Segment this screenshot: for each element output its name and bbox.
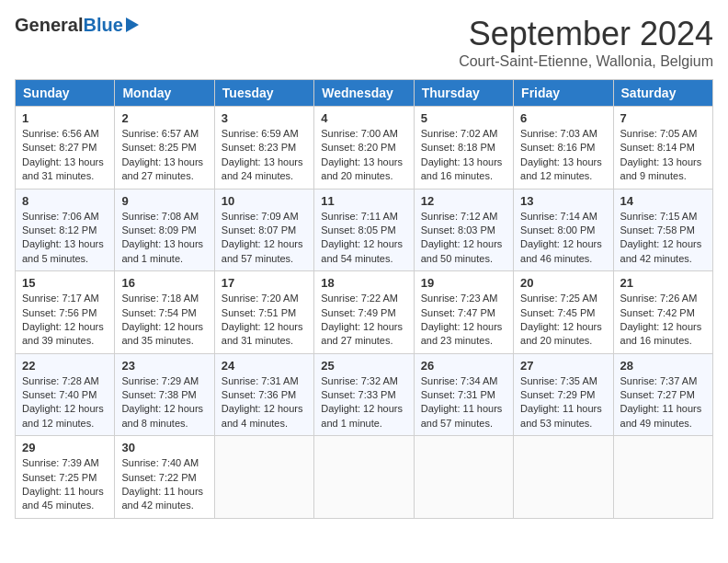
day-info: Sunrise: 7:12 AM Sunset: 8:03 PM Dayligh… xyxy=(421,210,506,267)
calendar-cell xyxy=(414,436,513,519)
day-number: 26 xyxy=(421,359,506,373)
calendar-cell xyxy=(214,436,313,519)
calendar-cell: 3 Sunrise: 6:59 AM Sunset: 8:23 PM Dayli… xyxy=(214,107,313,190)
day-number: 22 xyxy=(22,359,108,373)
calendar-cell: 5 Sunrise: 7:02 AM Sunset: 8:18 PM Dayli… xyxy=(414,107,513,190)
day-number: 5 xyxy=(421,111,506,125)
day-number: 24 xyxy=(222,359,307,373)
calendar-cell: 30 Sunrise: 7:40 AM Sunset: 7:22 PM Dayl… xyxy=(115,436,214,519)
day-number: 12 xyxy=(421,194,506,208)
day-info: Sunrise: 7:34 AM Sunset: 7:31 PM Dayligh… xyxy=(421,374,506,431)
day-info: Sunrise: 7:22 AM Sunset: 7:49 PM Dayligh… xyxy=(321,292,406,349)
day-info: Sunrise: 7:29 AM Sunset: 7:38 PM Dayligh… xyxy=(121,374,207,431)
day-info: Sunrise: 7:26 AM Sunset: 7:42 PM Dayligh… xyxy=(620,292,706,349)
day-info: Sunrise: 7:35 AM Sunset: 7:29 PM Dayligh… xyxy=(520,374,606,431)
day-number: 14 xyxy=(620,194,706,208)
day-info: Sunrise: 7:02 AM Sunset: 8:18 PM Dayligh… xyxy=(421,127,506,184)
day-info: Sunrise: 7:39 AM Sunset: 7:25 PM Dayligh… xyxy=(22,456,108,513)
day-number: 8 xyxy=(22,194,108,208)
day-number: 30 xyxy=(121,441,207,454)
logo-general-text: General xyxy=(15,15,83,36)
logo-arrow-icon xyxy=(126,17,139,32)
main-title: September 2024 xyxy=(459,15,713,53)
calendar-cell xyxy=(314,436,414,519)
calendar-cell: 8 Sunrise: 7:06 AM Sunset: 8:12 PM Dayli… xyxy=(16,189,115,271)
day-info: Sunrise: 7:20 AM Sunset: 7:51 PM Dayligh… xyxy=(222,292,307,349)
day-info: Sunrise: 7:00 AM Sunset: 8:20 PM Dayligh… xyxy=(321,127,406,184)
day-number: 3 xyxy=(222,111,307,125)
day-number: 6 xyxy=(520,111,606,125)
calendar-cell: 11 Sunrise: 7:11 AM Sunset: 8:05 PM Dayl… xyxy=(314,189,414,271)
day-info: Sunrise: 7:25 AM Sunset: 7:45 PM Dayligh… xyxy=(520,292,606,349)
day-number: 9 xyxy=(121,194,207,208)
day-info: Sunrise: 7:15 AM Sunset: 7:58 PM Dayligh… xyxy=(620,210,706,267)
calendar-cell: 10 Sunrise: 7:09 AM Sunset: 8:07 PM Dayl… xyxy=(214,189,313,271)
page-header: General Blue September 2024 Court-Saint-… xyxy=(15,15,713,70)
calendar-cell: 28 Sunrise: 7:37 AM Sunset: 7:27 PM Dayl… xyxy=(613,353,712,436)
day-number: 18 xyxy=(321,276,406,290)
calendar-cell: 12 Sunrise: 7:12 AM Sunset: 8:03 PM Dayl… xyxy=(414,189,513,271)
day-number: 10 xyxy=(222,194,307,208)
day-number: 21 xyxy=(620,276,706,290)
day-info: Sunrise: 7:40 AM Sunset: 7:22 PM Dayligh… xyxy=(121,456,207,513)
day-info: Sunrise: 7:06 AM Sunset: 8:12 PM Dayligh… xyxy=(22,210,108,267)
day-info: Sunrise: 6:59 AM Sunset: 8:23 PM Dayligh… xyxy=(222,127,307,184)
calendar-cell: 13 Sunrise: 7:14 AM Sunset: 8:00 PM Dayl… xyxy=(514,189,613,271)
calendar-day-header: Friday xyxy=(514,80,613,107)
day-info: Sunrise: 7:23 AM Sunset: 7:47 PM Dayligh… xyxy=(421,292,506,349)
calendar-cell: 14 Sunrise: 7:15 AM Sunset: 7:58 PM Dayl… xyxy=(613,189,712,271)
day-number: 25 xyxy=(321,359,406,373)
calendar-day-header: Saturday xyxy=(613,80,712,107)
day-number: 17 xyxy=(222,276,307,290)
calendar-cell: 2 Sunrise: 6:57 AM Sunset: 8:25 PM Dayli… xyxy=(115,107,214,190)
calendar-day-header: Thursday xyxy=(414,80,513,107)
day-number: 29 xyxy=(22,441,108,454)
title-section: September 2024 Court-Saint-Etienne, Wall… xyxy=(459,15,713,70)
calendar-cell xyxy=(514,436,613,519)
logo-blue-text: Blue xyxy=(83,15,122,36)
day-number: 16 xyxy=(121,276,207,290)
day-info: Sunrise: 7:32 AM Sunset: 7:33 PM Dayligh… xyxy=(321,374,406,431)
calendar-cell: 17 Sunrise: 7:20 AM Sunset: 7:51 PM Dayl… xyxy=(214,271,313,354)
calendar-cell: 7 Sunrise: 7:05 AM Sunset: 8:14 PM Dayli… xyxy=(613,107,712,190)
calendar-cell: 25 Sunrise: 7:32 AM Sunset: 7:33 PM Dayl… xyxy=(314,353,414,436)
day-number: 4 xyxy=(321,111,406,125)
day-info: Sunrise: 7:14 AM Sunset: 8:00 PM Dayligh… xyxy=(520,210,606,267)
calendar-day-header: Monday xyxy=(115,80,214,107)
day-info: Sunrise: 7:18 AM Sunset: 7:54 PM Dayligh… xyxy=(121,292,207,349)
calendar-day-header: Sunday xyxy=(16,80,115,107)
day-info: Sunrise: 7:31 AM Sunset: 7:36 PM Dayligh… xyxy=(222,374,307,431)
day-info: Sunrise: 7:03 AM Sunset: 8:16 PM Dayligh… xyxy=(520,127,606,184)
day-info: Sunrise: 7:28 AM Sunset: 7:40 PM Dayligh… xyxy=(22,374,108,431)
calendar-cell: 24 Sunrise: 7:31 AM Sunset: 7:36 PM Dayl… xyxy=(214,353,313,436)
day-number: 11 xyxy=(321,194,406,208)
day-info: Sunrise: 6:56 AM Sunset: 8:27 PM Dayligh… xyxy=(22,127,108,184)
day-number: 27 xyxy=(520,359,606,373)
day-info: Sunrise: 7:08 AM Sunset: 8:09 PM Dayligh… xyxy=(121,210,207,267)
calendar-day-header: Tuesday xyxy=(214,80,313,107)
calendar-cell xyxy=(613,436,712,519)
day-number: 23 xyxy=(121,359,207,373)
calendar-cell: 16 Sunrise: 7:18 AM Sunset: 7:54 PM Dayl… xyxy=(115,271,214,354)
calendar-cell: 20 Sunrise: 7:25 AM Sunset: 7:45 PM Dayl… xyxy=(514,271,613,354)
day-number: 19 xyxy=(421,276,506,290)
subtitle: Court-Saint-Etienne, Wallonia, Belgium xyxy=(459,53,713,70)
day-info: Sunrise: 6:57 AM Sunset: 8:25 PM Dayligh… xyxy=(121,127,207,184)
day-number: 13 xyxy=(520,194,606,208)
calendar-cell: 1 Sunrise: 6:56 AM Sunset: 8:27 PM Dayli… xyxy=(16,107,115,190)
calendar-cell: 9 Sunrise: 7:08 AM Sunset: 8:09 PM Dayli… xyxy=(115,189,214,271)
day-number: 28 xyxy=(620,359,706,373)
logo: General Blue xyxy=(15,15,139,36)
day-info: Sunrise: 7:05 AM Sunset: 8:14 PM Dayligh… xyxy=(620,127,706,184)
day-number: 15 xyxy=(22,276,108,290)
calendar-cell: 27 Sunrise: 7:35 AM Sunset: 7:29 PM Dayl… xyxy=(514,353,613,436)
calendar-cell: 22 Sunrise: 7:28 AM Sunset: 7:40 PM Dayl… xyxy=(16,353,115,436)
day-number: 20 xyxy=(520,276,606,290)
calendar-cell: 26 Sunrise: 7:34 AM Sunset: 7:31 PM Dayl… xyxy=(414,353,513,436)
calendar-cell: 15 Sunrise: 7:17 AM Sunset: 7:56 PM Dayl… xyxy=(16,271,115,354)
calendar-cell: 6 Sunrise: 7:03 AM Sunset: 8:16 PM Dayli… xyxy=(514,107,613,190)
day-info: Sunrise: 7:17 AM Sunset: 7:56 PM Dayligh… xyxy=(22,292,108,349)
calendar-cell: 19 Sunrise: 7:23 AM Sunset: 7:47 PM Dayl… xyxy=(414,271,513,354)
calendar-day-header: Wednesday xyxy=(314,80,414,107)
day-number: 7 xyxy=(620,111,706,125)
